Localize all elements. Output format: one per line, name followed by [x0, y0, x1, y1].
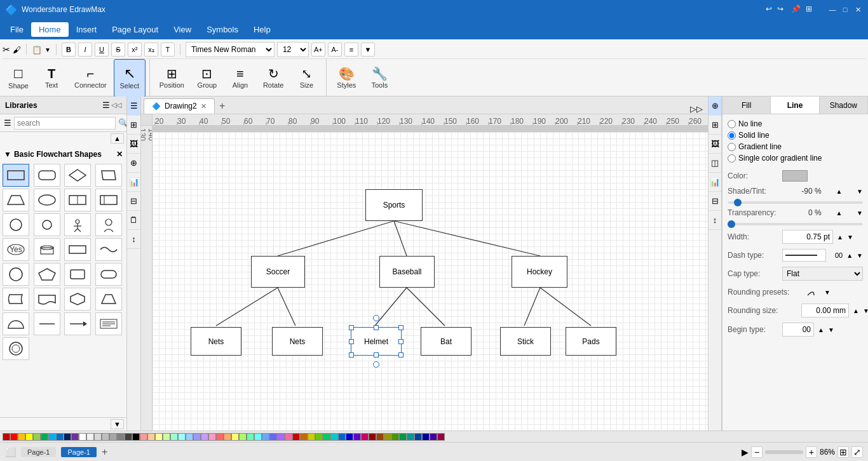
- single-color-gradient-option[interactable]: Single color gradient line: [728, 154, 863, 163]
- node-bat[interactable]: Bat: [421, 327, 471, 356]
- color-swatch-92d050[interactable]: [33, 433, 41, 441]
- color-swatch-ffff99[interactable]: [155, 433, 163, 441]
- handle-bl[interactable]: [349, 352, 354, 357]
- scroll-up-btn[interactable]: ▲: [111, 133, 124, 144]
- color-swatch-99ffff[interactable]: [178, 433, 186, 441]
- nav-icon-8[interactable]: ↕: [127, 230, 140, 249]
- play-btn[interactable]: ▶: [742, 447, 749, 457]
- color-swatch-ff66aa[interactable]: [285, 433, 292, 441]
- single-color-radio[interactable]: [728, 154, 736, 163]
- rp-tab-fill[interactable]: Fill: [722, 97, 771, 114]
- shape-wavy[interactable]: [95, 238, 122, 261]
- rotate-handle-bottom[interactable]: [373, 361, 379, 368]
- shape-rounded-rect[interactable]: [34, 164, 60, 187]
- color-swatch-0066cc[interactable]: [338, 433, 346, 441]
- increase-font-btn[interactable]: A+: [311, 43, 325, 57]
- transparency-down-btn[interactable]: ▼: [857, 210, 863, 217]
- shape-arrow-line[interactable]: [64, 312, 91, 335]
- nav-icon-5[interactable]: 📊: [127, 173, 140, 192]
- color-swatch-aa66ff[interactable]: [277, 433, 285, 441]
- undo-btn[interactable]: ↩: [766, 4, 772, 15]
- rounding-size-input[interactable]: [801, 304, 849, 317]
- minimize-btn[interactable]: —: [827, 4, 837, 15]
- paste-dropdown-icon[interactable]: ▼: [44, 46, 51, 53]
- nav-icon-1[interactable]: ☰: [127, 97, 140, 116]
- color-swatch-0000cc[interactable]: [346, 433, 353, 441]
- color-swatch-7030a0[interactable]: [71, 433, 79, 441]
- width-down-btn[interactable]: ▼: [847, 234, 853, 241]
- color-swatch-a6a6a6[interactable]: [109, 433, 117, 441]
- shade-up-btn[interactable]: ▲: [836, 188, 842, 195]
- handle-br[interactable]: [398, 352, 403, 357]
- format-painter-icon[interactable]: 🖌: [13, 45, 21, 55]
- color-swatch-ffc000[interactable]: [18, 433, 25, 441]
- no-line-option[interactable]: No line: [728, 119, 863, 128]
- color-swatch-cc6600[interactable]: [300, 433, 308, 441]
- solid-line-radio[interactable]: [728, 131, 736, 140]
- tab-close-btn[interactable]: ✕: [201, 102, 207, 110]
- tools-btn[interactable]: 🔧 Tools: [363, 59, 395, 97]
- sidebar-menu-icon[interactable]: ☰: [102, 100, 110, 110]
- node-helmet[interactable]: Helmet: [351, 327, 402, 356]
- color-swatch-cc99ff[interactable]: [201, 433, 208, 441]
- color-swatch-6600cc[interactable]: [353, 433, 361, 441]
- color-swatch-00cc66[interactable]: [323, 433, 330, 441]
- page-tab-1[interactable]: Page-1: [21, 447, 56, 457]
- zoom-in-btn[interactable]: +: [806, 446, 817, 458]
- handle-tl[interactable]: [349, 325, 354, 330]
- underline-btn[interactable]: U: [95, 43, 109, 57]
- panel-collapse-btn[interactable]: ▷▷: [688, 104, 705, 114]
- text-tool-btn[interactable]: T Text: [36, 59, 67, 97]
- node-soccer[interactable]: Soccer: [251, 256, 305, 288]
- rp-tab-line[interactable]: Line: [771, 97, 819, 114]
- nav-icon-6[interactable]: ⊟: [127, 192, 140, 211]
- color-swatch-66ffaa[interactable]: [247, 433, 254, 441]
- width-input[interactable]: [782, 230, 833, 244]
- rp-nav-icon-2[interactable]: ⊞: [709, 116, 721, 135]
- align-btn[interactable]: ≡ Align: [224, 59, 256, 97]
- nav-icon-7[interactable]: 🗒: [127, 211, 140, 230]
- color-swatch-cc0000[interactable]: [292, 433, 300, 441]
- shape-tool-btn[interactable]: □ Shape: [3, 59, 34, 97]
- color-swatch-808080[interactable]: [117, 433, 125, 441]
- shapes-section-header[interactable]: ▼ Basic Flowchart Shapes ✕: [3, 147, 124, 161]
- transparency-up-btn[interactable]: ▲: [836, 210, 842, 217]
- color-swatch-cccc00[interactable]: [308, 433, 315, 441]
- dash-down-btn[interactable]: ▼: [857, 252, 863, 259]
- color-swatch-ff99cc[interactable]: [208, 433, 216, 441]
- dash-up-btn[interactable]: ▲: [846, 252, 853, 259]
- menu-item-help[interactable]: Help: [246, 22, 278, 37]
- color-swatch-f2f2f2[interactable]: [86, 433, 94, 441]
- zoom-out-btn[interactable]: −: [751, 446, 763, 458]
- menu-item-home[interactable]: Home: [31, 22, 69, 37]
- rotate-handle-top[interactable]: [373, 315, 379, 321]
- color-swatch-99ccff[interactable]: [186, 433, 193, 441]
- scroll-down-btn[interactable]: ▼: [111, 419, 124, 429]
- node-sports[interactable]: Sports: [365, 189, 423, 221]
- shape-big-circle[interactable]: [3, 263, 29, 286]
- handle-bm[interactable]: [374, 352, 379, 357]
- color-swatch-440099[interactable]: [430, 433, 437, 441]
- rotate-btn[interactable]: ↻ Rotate: [257, 59, 289, 97]
- maximize-btn[interactable]: □: [840, 4, 850, 15]
- color-swatch-9999ff[interactable]: [193, 433, 201, 441]
- menu-item-view[interactable]: View: [166, 22, 199, 37]
- group-btn[interactable]: ⊡ Group: [191, 59, 223, 97]
- color-swatch-009999[interactable]: [407, 433, 414, 441]
- list-view-icon[interactable]: ☰: [4, 118, 11, 128]
- shape-trapezoid[interactable]: [3, 189, 29, 211]
- decrease-font-btn[interactable]: A-: [328, 43, 342, 57]
- rp-nav-icon-3[interactable]: 🖼: [709, 135, 721, 154]
- redo-btn[interactable]: ↪: [777, 4, 783, 15]
- subscript-btn[interactable]: x₂: [144, 43, 158, 57]
- bold-btn[interactable]: B: [62, 43, 76, 57]
- solid-line-option[interactable]: Solid line: [728, 131, 863, 140]
- shape-diamond[interactable]: [64, 164, 91, 187]
- color-swatch-404040[interactable]: [125, 433, 132, 441]
- color-swatch-449900[interactable]: [391, 433, 399, 441]
- shade-down-btn[interactable]: ▼: [857, 188, 863, 195]
- shape-hexagon[interactable]: [64, 288, 91, 311]
- handle-ml[interactable]: [349, 339, 354, 344]
- color-swatch-999900[interactable]: [384, 433, 391, 441]
- shape-striped-rect[interactable]: [95, 189, 122, 211]
